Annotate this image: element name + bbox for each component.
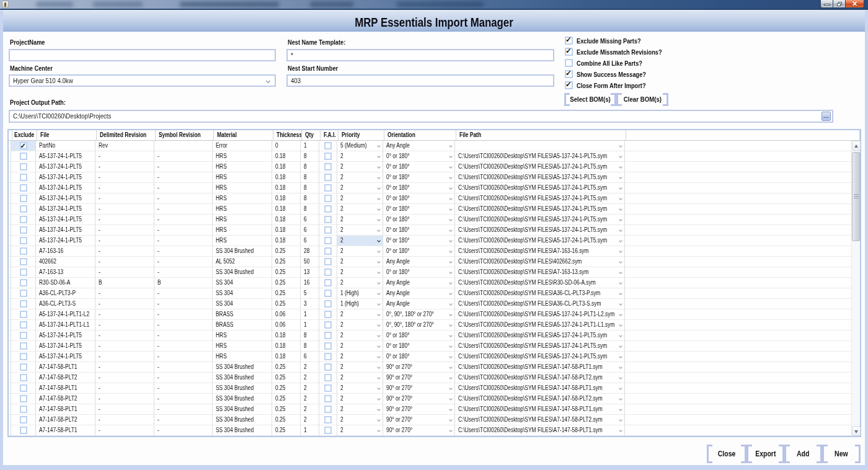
priority-select-cell[interactable]: 2 <box>337 330 383 341</box>
unchecked-checkbox-icon[interactable] <box>324 311 332 318</box>
delimited-revision-cell[interactable]: - <box>95 383 154 394</box>
orientation-select-cell[interactable]: 0° or 180° <box>383 183 455 193</box>
file-path-select-cell[interactable]: C:\Users\TCI00260\Desktop\SYM FILES\A7-1… <box>455 425 625 436</box>
file-cell[interactable]: A5-137-24-1-PLT5 <box>36 172 95 183</box>
unchecked-checkbox-icon[interactable] <box>20 300 27 308</box>
priority-select-cell[interactable]: 2 <box>337 362 383 373</box>
qty-cell[interactable]: 2 <box>301 362 319 373</box>
thickness-cell[interactable]: 0.18 <box>272 352 301 362</box>
symbol-revision-cell[interactable]: - <box>154 172 213 183</box>
file-path-select-cell[interactable]: C:\Users\TCI00260\Desktop\SYM FILES\A5-1… <box>455 151 625 162</box>
symbol-revision-cell[interactable]: - <box>154 246 213 257</box>
thickness-cell[interactable]: 0.25 <box>272 288 301 299</box>
symbol-revision-cell[interactable]: - <box>154 288 213 299</box>
priority-select-cell[interactable]: 2 <box>337 236 383 246</box>
orientation-select-cell[interactable]: Any Angle <box>383 257 455 267</box>
symbol-revision-cell[interactable]: - <box>154 404 213 415</box>
priority-select-cell[interactable]: 2 <box>337 204 383 215</box>
symbol-revision-cell[interactable]: - <box>154 299 213 309</box>
project-name-input[interactable] <box>9 49 276 61</box>
fai-cell[interactable] <box>319 257 337 267</box>
delimited-revision-cell[interactable]: - <box>95 236 154 246</box>
browse-button[interactable]: ... <box>822 112 831 121</box>
checked-checkbox-icon[interactable] <box>20 142 27 149</box>
unchecked-checkbox-icon[interactable] <box>324 195 332 202</box>
exclude-cell[interactable] <box>11 204 36 215</box>
material-cell[interactable]: SS 304 Brushed <box>213 404 272 415</box>
nest-start-number-input[interactable]: 403 <box>286 74 554 87</box>
material-cell[interactable]: SS 304 Brushed <box>213 425 272 436</box>
unchecked-checkbox-icon[interactable] <box>20 268 27 276</box>
file-cell[interactable]: A5-137-24-1-PLT1-L1 <box>36 320 95 330</box>
file-path-select-cell[interactable]: C:\Users\TCI00260\Desktop\SYM FILES\A5-1… <box>455 193 625 204</box>
file-cell[interactable]: A5-137-24-1-PLT5 <box>36 225 95 236</box>
exclude-cell[interactable] <box>11 257 36 267</box>
thickness-cell[interactable]: 0.25 <box>272 404 301 415</box>
scroll-down-button[interactable] <box>852 426 861 436</box>
fai-cell[interactable] <box>319 172 337 183</box>
unchecked-checkbox-icon[interactable] <box>20 363 27 371</box>
file-cell[interactable]: A5-137-24-1-PLT5 <box>36 352 95 362</box>
qty-cell[interactable]: 2 <box>301 415 319 425</box>
material-cell[interactable]: HRS <box>213 352 272 362</box>
qty-cell[interactable]: 2 <box>301 404 319 415</box>
file-cell[interactable]: A7-147-58-PLT2 <box>36 373 95 383</box>
orientation-select-cell[interactable]: Any Angle <box>383 288 455 299</box>
delimited-revision-cell[interactable]: - <box>95 373 154 383</box>
orientation-select-cell[interactable]: 0° or 180° <box>383 267 455 278</box>
material-cell[interactable]: HRS <box>213 151 272 162</box>
unchecked-checkbox-icon[interactable] <box>20 395 27 402</box>
file-path-select-cell[interactable] <box>455 141 625 151</box>
file-path-select-cell[interactable]: C:\Users\TCI00260\Desktop\SYM FILES\A36-… <box>455 288 625 299</box>
exclude-cell[interactable] <box>11 193 36 204</box>
orientation-select-cell[interactable]: 0° or 180° <box>383 193 455 204</box>
thickness-cell[interactable]: 0.25 <box>272 267 301 278</box>
file-path-select-cell[interactable]: C:\Users\TCI00260\Desktop\SYM FILES\A7-1… <box>455 383 625 394</box>
unchecked-checkbox-icon[interactable] <box>20 290 27 297</box>
fai-cell[interactable] <box>319 299 337 309</box>
thickness-cell[interactable]: 0.18 <box>272 341 301 352</box>
priority-select-cell[interactable]: 2 <box>337 352 383 362</box>
unchecked-checkbox-icon[interactable] <box>324 184 332 192</box>
fai-cell[interactable] <box>319 151 337 162</box>
column-header-thickness[interactable]: Thickness <box>273 130 302 141</box>
column-header-material[interactable]: Material <box>214 130 273 141</box>
qty-cell[interactable]: 6 <box>301 352 319 362</box>
symbol-revision-cell[interactable]: - <box>154 204 213 215</box>
qty-cell[interactable]: 1 <box>301 141 319 151</box>
thickness-cell[interactable]: 0.18 <box>272 236 301 246</box>
column-header-symbol-revision[interactable]: Symbol Revision <box>156 130 214 141</box>
fai-cell[interactable] <box>319 204 337 215</box>
symbol-revision-cell[interactable]: - <box>154 415 213 425</box>
delimited-revision-cell[interactable]: - <box>95 151 154 162</box>
priority-select-cell[interactable]: 1 (High) <box>337 288 383 299</box>
file-cell[interactable]: A5-137-24-1-PLT5 <box>36 183 95 193</box>
material-cell[interactable]: HRS <box>213 330 272 341</box>
file-cell[interactable]: A7-147-58-PLT1 <box>36 404 95 415</box>
column-header-priority[interactable]: Priority <box>339 130 384 141</box>
exclude-cell[interactable] <box>11 141 36 151</box>
material-cell[interactable]: HRS <box>213 215 272 225</box>
unchecked-checkbox-icon[interactable] <box>324 342 332 350</box>
qty-cell[interactable]: 13 <box>301 267 319 278</box>
file-path-select-cell[interactable]: C:\Users\TCI00260\Desktop\SYM FILES\A5-1… <box>455 236 625 246</box>
exclude-cell[interactable] <box>11 215 36 225</box>
symbol-revision-cell[interactable]: - <box>154 257 213 267</box>
orientation-select-cell[interactable]: 0° or 180° <box>383 236 455 246</box>
qty-cell[interactable]: 5 <box>301 288 319 299</box>
fai-cell[interactable] <box>319 383 337 394</box>
priority-select-cell[interactable]: 2 <box>337 415 383 425</box>
fai-cell[interactable] <box>319 193 337 204</box>
unchecked-checkbox-icon[interactable] <box>324 395 332 402</box>
delimited-revision-cell[interactable]: - <box>95 288 154 299</box>
delimited-revision-cell[interactable]: - <box>95 362 154 373</box>
unchecked-checkbox-icon[interactable] <box>324 142 332 149</box>
material-cell[interactable]: SS 304 <box>213 299 272 309</box>
qty-cell[interactable]: 6 <box>301 225 319 236</box>
priority-select-cell[interactable]: 2 <box>337 341 383 352</box>
column-header-fai[interactable]: F.A.I. <box>321 130 339 141</box>
export-button[interactable]: Export <box>746 445 784 463</box>
priority-select-cell[interactable]: 1 (High) <box>337 299 383 309</box>
checked-checkbox-icon[interactable] <box>565 70 573 78</box>
file-path-select-cell[interactable]: C:\Users\TCI00260\Desktop\SYM FILES\A5-1… <box>455 225 625 236</box>
